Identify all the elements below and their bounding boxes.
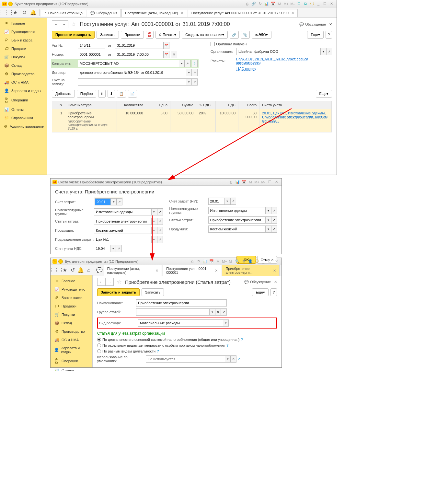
sidebar-item-purchases[interactable]: 🛒Покупки xyxy=(51,310,92,319)
m-plus-icon[interactable]: M+ xyxy=(254,179,259,185)
help-icon[interactable]: ? xyxy=(226,343,228,347)
bell-icon[interactable]: 🔔 xyxy=(77,266,85,275)
close-form-icon[interactable]: ✕ xyxy=(329,22,332,27)
open-icon[interactable]: ↗ xyxy=(326,48,332,55)
calendar-icon[interactable]: 📅 xyxy=(270,1,276,6)
number-date-input[interactable] xyxy=(115,51,164,58)
refresh-icon[interactable]: ↻ xyxy=(258,1,263,6)
group-input[interactable] xyxy=(136,308,209,316)
dropdown-icon[interactable]: ▾ xyxy=(151,218,157,225)
sidebar-item-warehouse[interactable]: 📦Склад xyxy=(0,61,47,70)
nav-back-button[interactable]: ← xyxy=(97,278,106,286)
maximize-icon[interactable]: ☐ xyxy=(322,1,327,6)
radio-special-tax[interactable] xyxy=(97,343,101,347)
link-icon[interactable]: 🔗 xyxy=(251,1,256,6)
open-icon[interactable]: ↗ xyxy=(221,308,227,316)
tab-close-icon[interactable]: ✕ xyxy=(155,269,158,273)
close-icon[interactable]: ✕ xyxy=(274,259,279,264)
apps-icon[interactable]: ⋮⋮⋮ xyxy=(52,266,61,275)
sidebar-item-sales[interactable]: 🏷Продажи xyxy=(51,302,92,310)
chat-icon[interactable]: 💬 xyxy=(96,266,104,275)
nav-back-button[interactable]: ← xyxy=(52,20,60,28)
bell-icon[interactable]: 🔔 xyxy=(29,8,38,17)
info-icon[interactable]: ⓘ xyxy=(309,1,315,6)
search-icon[interactable]: 🔍 xyxy=(235,259,240,264)
tab-receipt[interactable]: Поступление (акты, накладные)✕ xyxy=(121,9,187,17)
info-icon[interactable]: ⓘ xyxy=(254,259,259,264)
table-more-button[interactable]: Еще ▾ xyxy=(316,90,332,98)
minimize-icon[interactable]: _ xyxy=(261,259,266,264)
dropdown-icon[interactable]: ▾ xyxy=(186,69,192,76)
default-use-input[interactable] xyxy=(146,355,225,363)
cell-accounts[interactable]: 20.01, Цех №1, Изготовление одежды, Прио… xyxy=(259,109,332,132)
app-menu-icon[interactable] xyxy=(58,259,63,264)
dropdown-icon[interactable]: ▾ xyxy=(265,207,271,214)
open-icon[interactable]: ↗ xyxy=(192,78,198,86)
product-input[interactable] xyxy=(208,226,266,233)
vat-link[interactable]: НДС сверху xyxy=(236,67,256,71)
sidebar-item-production[interactable]: ⚙Производство xyxy=(0,70,47,78)
m-plus-icon[interactable]: M+ xyxy=(283,1,289,6)
calendar-button[interactable]: 📅 xyxy=(164,51,169,58)
table-row[interactable]: 1 Приобретение электроэнергии Приобретен… xyxy=(52,109,332,133)
m-minus-icon[interactable]: M- xyxy=(261,179,266,185)
cost-item-input[interactable] xyxy=(208,216,266,224)
tab-close-icon[interactable]: ✕ xyxy=(215,269,218,273)
calc-icon[interactable]: 📊 xyxy=(235,179,240,185)
m-icon[interactable]: M xyxy=(277,1,282,6)
sidebar-item-main[interactable]: ≡Главное xyxy=(0,19,47,28)
sidebar-item-reports[interactable]: 📊Отчеты xyxy=(51,366,92,371)
product-input[interactable] xyxy=(94,227,151,234)
org-input[interactable] xyxy=(236,48,320,55)
dropdown-icon[interactable]: ▾ xyxy=(110,245,116,252)
original-checkbox[interactable] xyxy=(211,42,215,46)
sidebar-item-bank[interactable]: ₽Банк и касса xyxy=(0,36,47,44)
m-icon[interactable]: M xyxy=(248,179,253,185)
sidebar-item-purchases[interactable]: 🛒Покупки xyxy=(0,53,47,61)
calc-icon[interactable]: 📊 xyxy=(202,259,208,264)
dropdown-icon[interactable]: ▾ xyxy=(265,216,271,224)
sidebar-item-admin[interactable]: ⚙Администрирование xyxy=(0,122,47,131)
nom-group-input[interactable] xyxy=(94,208,151,215)
help-icon[interactable]: ? xyxy=(241,338,243,341)
save-button[interactable]: Записать xyxy=(97,31,119,39)
expense-type-input[interactable] xyxy=(138,319,223,327)
discuss-link[interactable]: 💬Обсуждение xyxy=(299,22,326,27)
calc-link[interactable]: Срок 31.01.2019, 60.01, 60.02, зачет ава… xyxy=(236,57,332,65)
sidebar-item-salary[interactable]: 👤Зарплата и кадры xyxy=(51,344,92,356)
act-no-input[interactable] xyxy=(78,42,105,49)
nom-group-input[interactable] xyxy=(208,207,266,214)
invoice-acc-input[interactable] xyxy=(78,78,186,86)
minimize-icon[interactable]: _ xyxy=(316,1,321,6)
open-icon[interactable]: ↗ xyxy=(157,227,163,234)
star-icon[interactable]: ★ xyxy=(11,8,20,17)
sidebar-item-sales[interactable]: 🏷Продажи xyxy=(0,44,47,53)
maximize-icon[interactable]: ☐ xyxy=(267,259,272,264)
panels-icon[interactable]: ⧉ xyxy=(303,1,308,6)
home-icon[interactable]: ⌂ xyxy=(85,266,93,275)
dropdown-icon[interactable]: ▾ xyxy=(179,60,185,67)
open-icon[interactable]: ↗ xyxy=(185,60,190,67)
act-date-input[interactable] xyxy=(115,42,164,49)
dept-input[interactable] xyxy=(94,236,151,243)
sidebar-item-assets[interactable]: 🚚ОС и НМА xyxy=(51,336,92,344)
favorite-star-icon[interactable]: ☆ xyxy=(71,21,76,28)
m-plus-icon[interactable]: M+ xyxy=(222,259,227,264)
edo-button[interactable]: ✉ ЭДО ▾ xyxy=(252,31,271,39)
open-icon[interactable]: ↗ xyxy=(271,207,277,214)
sidebar-item-production[interactable]: ⚙Производство xyxy=(51,327,92,336)
contract-input[interactable] xyxy=(78,69,186,76)
tab-document[interactable]: Поступление усл... 0001-000001✕ xyxy=(163,265,221,276)
dropdown-icon[interactable]: ▾ xyxy=(111,198,117,205)
print-icon[interactable]: ⎙ xyxy=(228,179,234,185)
m-minus-icon[interactable]: M- xyxy=(228,259,234,264)
save-close-button[interactable]: Записать и закрыть xyxy=(97,288,140,296)
paste-button[interactable]: 📄 xyxy=(128,90,137,98)
panels-icon[interactable]: ⧉ xyxy=(241,259,247,264)
sidebar-item-operations[interactable]: ДтКтОперации xyxy=(51,356,92,366)
tab-home[interactable]: ⌂Начальная страница xyxy=(41,9,86,17)
dropdown-icon[interactable]: ▾ xyxy=(223,319,229,327)
dropdown-icon[interactable]: ▾ xyxy=(151,227,157,234)
sidebar-item-salary[interactable]: 👤Зарплата и кадры xyxy=(0,87,47,95)
sidebar-item-manager[interactable]: 📈Руководителю xyxy=(51,285,92,294)
